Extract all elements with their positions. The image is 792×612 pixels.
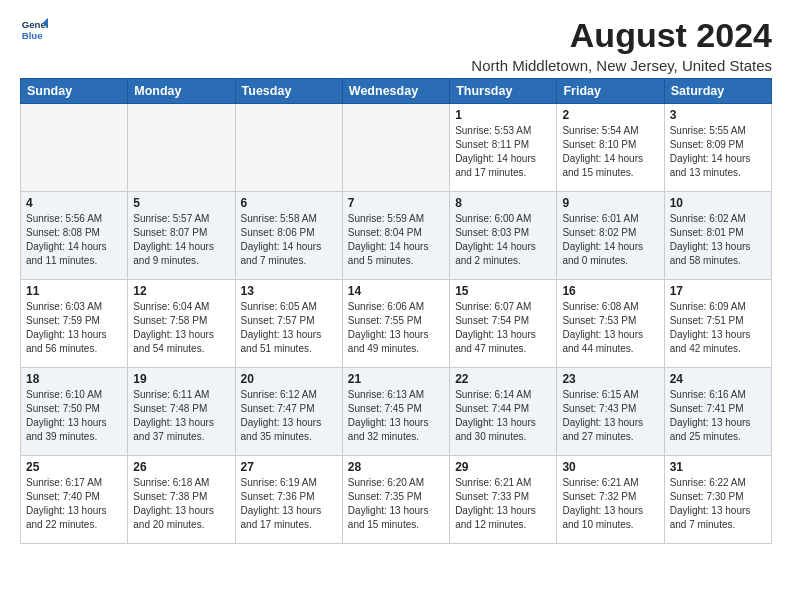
day-number: 28 — [348, 460, 444, 474]
table-row: 8Sunrise: 6:00 AM Sunset: 8:03 PM Daylig… — [450, 192, 557, 280]
day-number: 24 — [670, 372, 766, 386]
day-info: Sunrise: 6:08 AM Sunset: 7:53 PM Dayligh… — [562, 300, 658, 356]
page-header: General Blue August 2024 North Middletow… — [20, 16, 772, 74]
col-tuesday: Tuesday — [235, 79, 342, 104]
day-number: 27 — [241, 460, 337, 474]
day-info: Sunrise: 6:10 AM Sunset: 7:50 PM Dayligh… — [26, 388, 122, 444]
table-row: 12Sunrise: 6:04 AM Sunset: 7:58 PM Dayli… — [128, 280, 235, 368]
table-row: 1Sunrise: 5:53 AM Sunset: 8:11 PM Daylig… — [450, 104, 557, 192]
day-number: 3 — [670, 108, 766, 122]
day-info: Sunrise: 5:58 AM Sunset: 8:06 PM Dayligh… — [241, 212, 337, 268]
table-row: 26Sunrise: 6:18 AM Sunset: 7:38 PM Dayli… — [128, 456, 235, 544]
table-row: 7Sunrise: 5:59 AM Sunset: 8:04 PM Daylig… — [342, 192, 449, 280]
day-number: 15 — [455, 284, 551, 298]
day-info: Sunrise: 5:59 AM Sunset: 8:04 PM Dayligh… — [348, 212, 444, 268]
day-number: 7 — [348, 196, 444, 210]
day-number: 23 — [562, 372, 658, 386]
day-info: Sunrise: 6:14 AM Sunset: 7:44 PM Dayligh… — [455, 388, 551, 444]
day-info: Sunrise: 6:01 AM Sunset: 8:02 PM Dayligh… — [562, 212, 658, 268]
table-row: 11Sunrise: 6:03 AM Sunset: 7:59 PM Dayli… — [21, 280, 128, 368]
table-row — [128, 104, 235, 192]
table-row: 20Sunrise: 6:12 AM Sunset: 7:47 PM Dayli… — [235, 368, 342, 456]
day-number: 5 — [133, 196, 229, 210]
calendar-table: Sunday Monday Tuesday Wednesday Thursday… — [20, 78, 772, 544]
day-number: 17 — [670, 284, 766, 298]
day-number: 19 — [133, 372, 229, 386]
day-info: Sunrise: 5:55 AM Sunset: 8:09 PM Dayligh… — [670, 124, 766, 180]
day-info: Sunrise: 6:17 AM Sunset: 7:40 PM Dayligh… — [26, 476, 122, 532]
day-number: 18 — [26, 372, 122, 386]
day-info: Sunrise: 6:09 AM Sunset: 7:51 PM Dayligh… — [670, 300, 766, 356]
logo: General Blue — [20, 16, 48, 44]
table-row: 16Sunrise: 6:08 AM Sunset: 7:53 PM Dayli… — [557, 280, 664, 368]
day-info: Sunrise: 6:20 AM Sunset: 7:35 PM Dayligh… — [348, 476, 444, 532]
table-row: 31Sunrise: 6:22 AM Sunset: 7:30 PM Dayli… — [664, 456, 771, 544]
day-number: 1 — [455, 108, 551, 122]
table-row: 25Sunrise: 6:17 AM Sunset: 7:40 PM Dayli… — [21, 456, 128, 544]
table-row: 17Sunrise: 6:09 AM Sunset: 7:51 PM Dayli… — [664, 280, 771, 368]
table-row: 15Sunrise: 6:07 AM Sunset: 7:54 PM Dayli… — [450, 280, 557, 368]
day-number: 13 — [241, 284, 337, 298]
day-number: 16 — [562, 284, 658, 298]
table-row: 2Sunrise: 5:54 AM Sunset: 8:10 PM Daylig… — [557, 104, 664, 192]
table-row: 29Sunrise: 6:21 AM Sunset: 7:33 PM Dayli… — [450, 456, 557, 544]
page-subtitle: North Middletown, New Jersey, United Sta… — [471, 57, 772, 74]
table-row: 28Sunrise: 6:20 AM Sunset: 7:35 PM Dayli… — [342, 456, 449, 544]
day-number: 30 — [562, 460, 658, 474]
day-info: Sunrise: 6:21 AM Sunset: 7:32 PM Dayligh… — [562, 476, 658, 532]
day-number: 9 — [562, 196, 658, 210]
day-info: Sunrise: 6:00 AM Sunset: 8:03 PM Dayligh… — [455, 212, 551, 268]
table-row: 4Sunrise: 5:56 AM Sunset: 8:08 PM Daylig… — [21, 192, 128, 280]
table-row: 19Sunrise: 6:11 AM Sunset: 7:48 PM Dayli… — [128, 368, 235, 456]
table-row: 6Sunrise: 5:58 AM Sunset: 8:06 PM Daylig… — [235, 192, 342, 280]
day-number: 31 — [670, 460, 766, 474]
table-row — [235, 104, 342, 192]
day-number: 29 — [455, 460, 551, 474]
day-info: Sunrise: 6:22 AM Sunset: 7:30 PM Dayligh… — [670, 476, 766, 532]
col-thursday: Thursday — [450, 79, 557, 104]
day-info: Sunrise: 6:16 AM Sunset: 7:41 PM Dayligh… — [670, 388, 766, 444]
day-number: 20 — [241, 372, 337, 386]
day-number: 8 — [455, 196, 551, 210]
day-number: 11 — [26, 284, 122, 298]
col-sunday: Sunday — [21, 79, 128, 104]
calendar-week-row: 11Sunrise: 6:03 AM Sunset: 7:59 PM Dayli… — [21, 280, 772, 368]
day-info: Sunrise: 5:53 AM Sunset: 8:11 PM Dayligh… — [455, 124, 551, 180]
table-row: 21Sunrise: 6:13 AM Sunset: 7:45 PM Dayli… — [342, 368, 449, 456]
day-number: 25 — [26, 460, 122, 474]
table-row: 18Sunrise: 6:10 AM Sunset: 7:50 PM Dayli… — [21, 368, 128, 456]
day-number: 12 — [133, 284, 229, 298]
calendar-week-row: 1Sunrise: 5:53 AM Sunset: 8:11 PM Daylig… — [21, 104, 772, 192]
day-info: Sunrise: 6:07 AM Sunset: 7:54 PM Dayligh… — [455, 300, 551, 356]
logo-icon: General Blue — [20, 16, 48, 44]
day-info: Sunrise: 6:13 AM Sunset: 7:45 PM Dayligh… — [348, 388, 444, 444]
day-info: Sunrise: 6:03 AM Sunset: 7:59 PM Dayligh… — [26, 300, 122, 356]
page-title: August 2024 — [471, 16, 772, 55]
day-number: 22 — [455, 372, 551, 386]
day-number: 10 — [670, 196, 766, 210]
col-friday: Friday — [557, 79, 664, 104]
day-info: Sunrise: 6:05 AM Sunset: 7:57 PM Dayligh… — [241, 300, 337, 356]
table-row: 13Sunrise: 6:05 AM Sunset: 7:57 PM Dayli… — [235, 280, 342, 368]
table-row: 22Sunrise: 6:14 AM Sunset: 7:44 PM Dayli… — [450, 368, 557, 456]
day-number: 26 — [133, 460, 229, 474]
table-row: 23Sunrise: 6:15 AM Sunset: 7:43 PM Dayli… — [557, 368, 664, 456]
calendar-header-row: Sunday Monday Tuesday Wednesday Thursday… — [21, 79, 772, 104]
day-info: Sunrise: 5:56 AM Sunset: 8:08 PM Dayligh… — [26, 212, 122, 268]
day-info: Sunrise: 6:15 AM Sunset: 7:43 PM Dayligh… — [562, 388, 658, 444]
day-number: 21 — [348, 372, 444, 386]
table-row: 3Sunrise: 5:55 AM Sunset: 8:09 PM Daylig… — [664, 104, 771, 192]
day-info: Sunrise: 6:18 AM Sunset: 7:38 PM Dayligh… — [133, 476, 229, 532]
day-info: Sunrise: 6:06 AM Sunset: 7:55 PM Dayligh… — [348, 300, 444, 356]
day-number: 14 — [348, 284, 444, 298]
calendar-week-row: 18Sunrise: 6:10 AM Sunset: 7:50 PM Dayli… — [21, 368, 772, 456]
day-info: Sunrise: 6:19 AM Sunset: 7:36 PM Dayligh… — [241, 476, 337, 532]
table-row: 5Sunrise: 5:57 AM Sunset: 8:07 PM Daylig… — [128, 192, 235, 280]
table-row — [342, 104, 449, 192]
table-row: 10Sunrise: 6:02 AM Sunset: 8:01 PM Dayli… — [664, 192, 771, 280]
svg-text:General: General — [22, 19, 48, 30]
svg-text:Blue: Blue — [22, 30, 43, 41]
table-row: 14Sunrise: 6:06 AM Sunset: 7:55 PM Dayli… — [342, 280, 449, 368]
calendar-week-row: 25Sunrise: 6:17 AM Sunset: 7:40 PM Dayli… — [21, 456, 772, 544]
title-block: August 2024 North Middletown, New Jersey… — [471, 16, 772, 74]
